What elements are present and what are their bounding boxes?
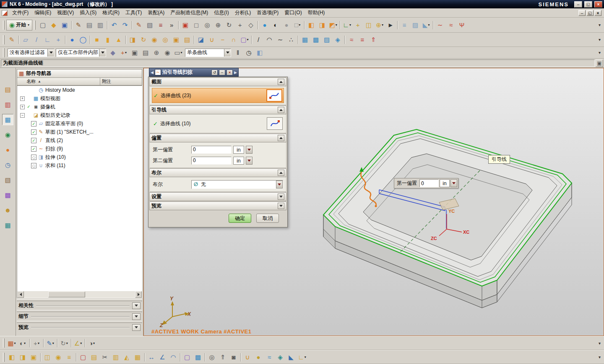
toolbar-grip[interactable]	[3, 21, 5, 30]
new-file-icon[interactable]: ▢	[37, 20, 48, 31]
separator[interactable]	[28, 338, 31, 348]
move-rotate-view-icon[interactable]: ↻ ▾	[59, 338, 70, 349]
point-set-icon[interactable]: ∴	[286, 34, 297, 45]
dropdown-arrow-icon[interactable]	[276, 181, 283, 188]
selection-arrow-icon[interactable]: ►	[385, 20, 396, 31]
preview-group-header[interactable]: 预览	[149, 201, 286, 210]
drafting-icon[interactable]: ◣ ▾	[421, 20, 432, 31]
undo-icon[interactable]: ↶	[109, 20, 120, 31]
orient-view-front-icon[interactable]: ◨	[317, 20, 328, 31]
expand-chevron-icon[interactable]	[278, 203, 284, 209]
swept-surface-icon[interactable]: ▩	[310, 34, 321, 45]
second-offset-field[interactable]	[191, 157, 232, 165]
separator[interactable]	[83, 338, 86, 348]
navigator-row[interactable]: ✓ ✎ 草图 (1) "SKETCH_...	[17, 128, 142, 136]
collapse-chevron-icon[interactable]	[278, 170, 284, 176]
dialog-back-icon[interactable]: ◀	[151, 70, 154, 75]
wcs-orient-icon[interactable]: ∟ ▾	[297, 352, 307, 363]
stop-at-intersection-icon[interactable]: ‖	[232, 47, 243, 58]
dropdown-arrow-icon[interactable]	[99, 49, 106, 57]
pull-face-icon[interactable]: ◨	[17, 352, 28, 363]
extrude-icon[interactable]: ◨	[127, 34, 138, 45]
unit-dropdown-button[interactable]	[246, 157, 253, 165]
zoom-window-icon[interactable]: ◻	[191, 20, 202, 31]
separator[interactable]	[343, 35, 346, 45]
separator[interactable]	[338, 20, 341, 30]
snap-intersection-icon[interactable]: ◉	[162, 47, 173, 58]
unit-dropdown-button[interactable]	[450, 179, 457, 187]
point-constructor-icon[interactable]: +	[352, 20, 363, 31]
expand-chevron-icon[interactable]	[132, 313, 141, 320]
pad-icon[interactable]: ▤	[182, 34, 193, 45]
toolbar-overflow-chevron[interactable]: ▾	[596, 23, 603, 27]
scrollbar-thumb[interactable]	[48, 292, 85, 297]
collapse-chevron-icon[interactable]	[278, 79, 284, 85]
part-information-icon[interactable]: ≡	[155, 20, 166, 31]
separator[interactable]	[89, 35, 91, 45]
section-curve-select-button[interactable]	[266, 89, 282, 102]
pan-tool-icon[interactable]: ⇑	[217, 352, 228, 363]
separator[interactable]	[203, 352, 206, 362]
boolean-dropdown[interactable]: ∅ 无	[191, 180, 283, 189]
menu-item[interactable]: 格式(R)	[99, 8, 122, 18]
fit-curve-icon[interactable]: ≈	[445, 20, 456, 31]
snap-magnet-icon[interactable]: ◆	[107, 47, 118, 58]
sphere-primitive-icon[interactable]: ●	[67, 34, 78, 45]
navigator-panel-header[interactable]: 相关性	[17, 301, 142, 310]
separator[interactable]	[17, 35, 20, 45]
n-sided-surface-icon[interactable]: ◈	[332, 34, 343, 45]
dialog-forward-icon[interactable]: ▶	[234, 70, 237, 75]
reorder-blends-icon[interactable]: ≡	[64, 352, 75, 363]
linear-dimension-icon[interactable]: ↔	[146, 352, 157, 363]
separator[interactable]	[193, 35, 195, 45]
process-studio-icon[interactable]: ▩	[2, 189, 13, 201]
more-commands-chevron[interactable]: »	[166, 20, 177, 31]
through-curves-icon[interactable]: ▦	[299, 34, 310, 45]
cone-primitive-icon[interactable]: ▲	[113, 34, 124, 45]
scroll-right-button[interactable]	[135, 291, 142, 298]
section-group-header[interactable]: 截面	[149, 77, 286, 86]
scroll-left-button[interactable]	[17, 291, 24, 298]
datum-plane-icon[interactable]: ▱	[20, 34, 31, 45]
history-palette-icon[interactable]: ◷	[2, 159, 13, 170]
toolbar-grip[interactable]	[3, 48, 5, 57]
orient-view-top-icon[interactable]: ◧	[306, 20, 317, 31]
toolbar-overflow-chevron[interactable]: ▾	[596, 50, 603, 55]
marquee-select-icon[interactable]: ▭ ▾	[173, 47, 184, 58]
hole-icon[interactable]: ◉	[149, 34, 160, 45]
cancel-button[interactable]: 取消	[256, 214, 279, 223]
roles-icon[interactable]: ☻	[2, 204, 13, 216]
paste-face-icon[interactable]: ▥	[110, 352, 121, 363]
collapse-chevron-icon[interactable]	[278, 107, 284, 113]
save-icon[interactable]: ▣	[59, 20, 70, 31]
dialog-reset-button[interactable]: ↺	[211, 70, 218, 75]
line-icon[interactable]: /	[253, 34, 264, 45]
menu-item[interactable]: 编辑(E)	[31, 8, 54, 18]
lock-icon[interactable]: ●	[253, 352, 264, 363]
extract-geometry-icon[interactable]: ◈	[275, 352, 286, 363]
measure-distance-icon[interactable]: ∠ ▾	[73, 338, 83, 349]
navigator-row[interactable]: ◇ ∪ 求和 (11)	[17, 161, 142, 170]
dialog-minimize-button[interactable]: –	[219, 70, 225, 75]
spline-icon[interactable]: ∼	[275, 34, 286, 45]
feature-checkbox[interactable]: ✓	[26, 104, 31, 110]
guides-group-header[interactable]: 引导线	[149, 106, 286, 114]
menu-item[interactable]: 装配(A)	[145, 8, 167, 18]
separator[interactable]	[303, 20, 306, 30]
sketch-icon[interactable]: ✎	[6, 34, 17, 45]
torus-primitive-icon[interactable]: ◯	[78, 34, 89, 45]
pattern-face-icon[interactable]: ▦	[132, 352, 143, 363]
material-appearance-icon[interactable]: ◑ ▾	[86, 338, 97, 349]
start-button[interactable]: ◉ 开始 ▾	[6, 20, 32, 31]
copy-icon[interactable]: ▤	[84, 20, 95, 31]
measure-body-icon[interactable]: ◣	[286, 352, 297, 363]
separator[interactable]	[39, 352, 42, 362]
navigator-row[interactable]: ◇ ◨ 拉伸 (10)	[17, 153, 142, 161]
menu-item[interactable]: 首选项(P)	[254, 8, 281, 18]
toolbar-overflow-chevron[interactable]: ▾	[596, 341, 603, 346]
camera-snapshot-icon[interactable]: ◙	[228, 352, 239, 363]
navigator-row[interactable]: ◷ History Mode	[17, 86, 142, 94]
navigator-row[interactable]: ✓ / 直线 (2)	[17, 136, 142, 145]
guide-curve-select-button[interactable]	[267, 117, 283, 130]
menu-item[interactable]: 帮助(H)	[305, 8, 328, 18]
